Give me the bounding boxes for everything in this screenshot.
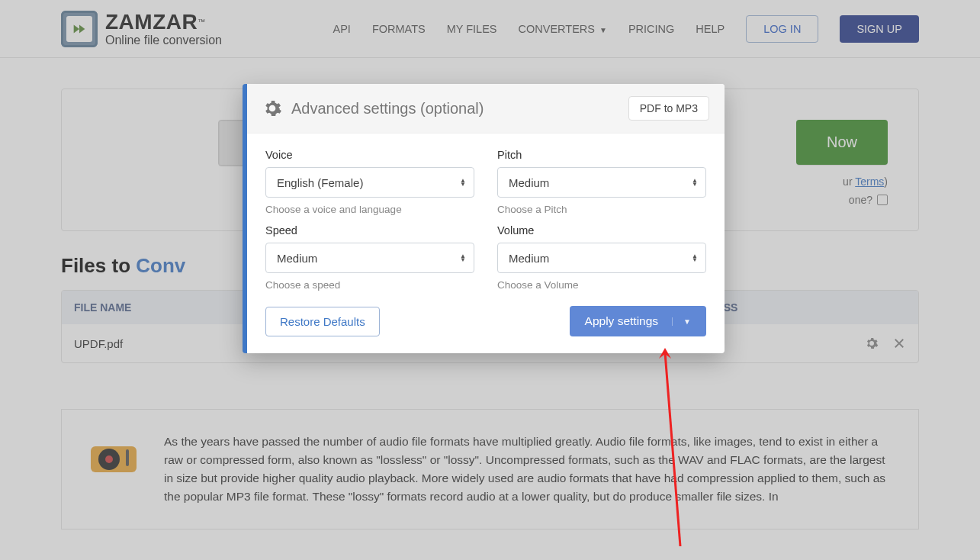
speed-select[interactable]: Medium ▲▼ [265, 243, 474, 273]
volume-select[interactable]: Medium ▲▼ [497, 243, 706, 273]
voice-select[interactable]: English (Female) ▲▼ [265, 167, 474, 198]
voice-hint: Choose a voice and language [265, 204, 474, 215]
speed-label: Speed [265, 224, 474, 237]
pitch-label: Pitch [497, 149, 706, 161]
sort-icon: ▲▼ [692, 254, 698, 262]
modal-title: Advanced settings (optional) [291, 100, 484, 117]
apply-settings-button[interactable]: Apply settings ▼ [570, 306, 706, 336]
sort-icon: ▲▼ [460, 179, 466, 186]
sort-icon: ▲▼ [460, 254, 466, 262]
gear-icon [262, 98, 282, 118]
restore-defaults-button[interactable]: Restore Defaults [265, 307, 380, 336]
format-badge: PDF to MP3 [628, 96, 709, 121]
volume-label: Volume [497, 224, 706, 237]
volume-hint: Choose a Volume [497, 279, 706, 291]
advanced-settings-modal: Advanced settings (optional) PDF to MP3 … [243, 84, 725, 353]
pitch-hint: Choose a Pitch [497, 204, 706, 215]
voice-label: Voice [265, 149, 474, 161]
chevron-down-icon: ▼ [672, 317, 691, 326]
sort-icon: ▲▼ [692, 179, 698, 186]
pitch-select[interactable]: Medium ▲▼ [497, 167, 706, 198]
speed-hint: Choose a speed [265, 279, 474, 291]
